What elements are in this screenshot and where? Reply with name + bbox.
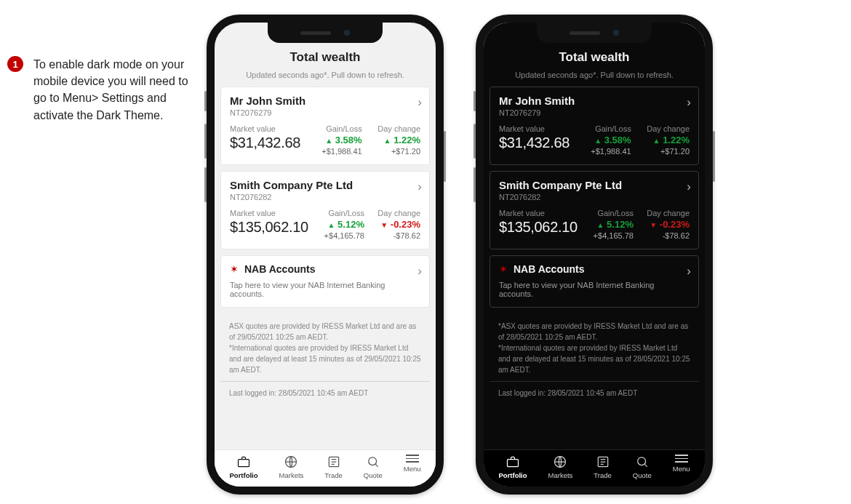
tab-label: Markets [548,471,573,479]
svg-point-7 [638,457,646,465]
chevron-right-icon: › [417,96,422,108]
tab-label: Portfolio [499,471,527,479]
chevron-right-icon: › [687,96,691,108]
briefcase-icon [506,455,520,469]
svg-rect-0 [239,460,249,467]
globe-icon [553,455,567,469]
gainloss-amount: +$4,165.78 [583,231,634,240]
daychange-label: Day change [370,209,420,217]
nab-star-icon: ✶ [230,263,239,275]
tab-label: Portfolio [230,471,258,479]
nab-title: NAB Accounts [244,263,316,275]
chevron-right-icon: › [687,265,691,277]
tab-label: Trade [594,471,611,479]
tab-bar: Portfolio Markets Trade Quote Menu [484,449,705,487]
account-card[interactable]: › Smith Company Pte Ltd NT2076282 Market… [220,171,430,249]
daychange-label: Day change [639,209,690,217]
phone-notch [537,23,652,43]
daychange-percent: ▲ 1.22% [637,135,690,145]
nab-star-icon: ✶ [499,263,508,275]
tab-portfolio[interactable]: Portfolio [230,455,258,479]
daychange-label: Day change [637,124,690,133]
daychange-percent: ▼ -0.23% [639,219,690,230]
daychange-amount: -$78.62 [370,231,420,240]
tab-label: Quote [364,471,383,479]
down-arrow-icon: ▼ [380,221,388,229]
gainloss-label: Gain/Loss [309,124,361,133]
account-name: Smith Company Pte Ltd [499,179,690,191]
search-icon [635,455,650,469]
chevron-right-icon: › [687,180,691,193]
gainloss-label: Gain/Loss [578,124,631,133]
trade-icon [327,455,341,469]
tab-portfolio[interactable]: Portfolio [499,455,527,479]
up-arrow-icon: ▲ [328,221,335,229]
daychange-amount: +$71.20 [368,147,420,156]
daychange-label: Day change [368,124,420,133]
refresh-hint: Updated seconds ago*. Pull down to refre… [215,65,436,87]
tab-label: Menu [673,465,690,473]
gainloss-label: Gain/Loss [314,209,364,217]
market-value-label: Market value [230,124,303,133]
tab-markets[interactable]: Markets [548,455,573,479]
account-number: NT2076279 [499,108,690,117]
account-name: Mr John Smith [230,95,420,107]
instruction-callout: 1 To enable dark mode on your mobile dev… [7,56,202,124]
gainloss-percent: ▲ 3.58% [309,135,361,145]
market-value: $135,062.10 [230,219,308,236]
tab-label: Markets [279,471,304,479]
last-login-text: Last logged in: 28/05/2021 10:45 am AEDT [490,381,699,404]
gainloss-percent: ▲ 3.58% [578,135,631,145]
last-login-text: Last logged in: 28/05/2021 10:45 am AEDT [220,381,430,404]
disclaimer-text: *ASX quotes are provided by IRESS Market… [490,313,699,381]
tab-quote[interactable]: Quote [364,455,383,479]
tab-bar: Portfolio Markets Trade Quote Menu [215,449,436,487]
tab-trade[interactable]: Trade [594,455,611,479]
account-number: NT2076282 [230,193,420,201]
nab-subtitle: Tap here to view your NAB Internet Banki… [499,281,690,298]
menu-icon [406,455,419,463]
nab-title: NAB Accounts [514,263,585,275]
disclaimer-text: ASX quotes are provided by IRESS Market … [220,313,430,381]
account-card[interactable]: › Mr John Smith NT2076279 Market value $… [490,87,699,165]
tab-label: Quote [633,471,652,479]
daychange-amount: +$71.20 [637,147,690,156]
tab-markets[interactable]: Markets [279,455,304,479]
menu-icon [675,455,688,463]
globe-icon [284,455,298,469]
tab-menu[interactable]: Menu [673,455,690,479]
up-arrow-icon: ▲ [384,137,391,145]
instruction-text: To enable dark mode on your mobile devic… [33,56,202,124]
nab-accounts-card[interactable]: › ✶ NAB Accounts Tap here to view your N… [490,255,699,308]
tab-menu[interactable]: Menu [404,455,421,479]
daychange-percent: ▼ -0.23% [370,219,420,230]
nab-subtitle: Tap here to view your NAB Internet Banki… [230,281,420,298]
tab-label: Menu [404,465,421,473]
phone-notch [268,23,383,43]
briefcase-icon [236,455,251,469]
market-value: $31,432.68 [499,135,572,151]
svg-rect-4 [508,460,519,467]
gainloss-percent: ▲ 5.12% [314,219,364,230]
chevron-right-icon: › [417,265,422,277]
side-button [713,131,715,182]
nab-accounts-card[interactable]: › ✶ NAB Accounts Tap here to view your N… [220,255,430,308]
gainloss-amount: +$4,165.78 [314,231,364,240]
account-card[interactable]: › Mr John Smith NT2076279 Market value $… [220,87,430,165]
trade-icon [596,455,610,469]
up-arrow-icon: ▲ [325,137,332,145]
gainloss-percent: ▲ 5.12% [583,219,634,230]
down-arrow-icon: ▼ [650,221,657,229]
side-button [444,131,446,182]
account-number: NT2076282 [499,193,690,201]
market-value-label: Market value [499,124,572,133]
account-name: Smith Company Pte Ltd [230,179,420,191]
market-value-label: Market value [230,209,308,217]
tab-trade[interactable]: Trade [324,455,342,479]
tab-quote[interactable]: Quote [633,455,652,479]
account-name: Mr John Smith [499,95,690,107]
account-card[interactable]: › Smith Company Pte Ltd NT2076282 Market… [490,171,699,249]
refresh-hint: Updated seconds ago*. Pull down to refre… [484,65,705,87]
account-number: NT2076279 [230,108,420,117]
step-number-badge: 1 [7,56,23,72]
